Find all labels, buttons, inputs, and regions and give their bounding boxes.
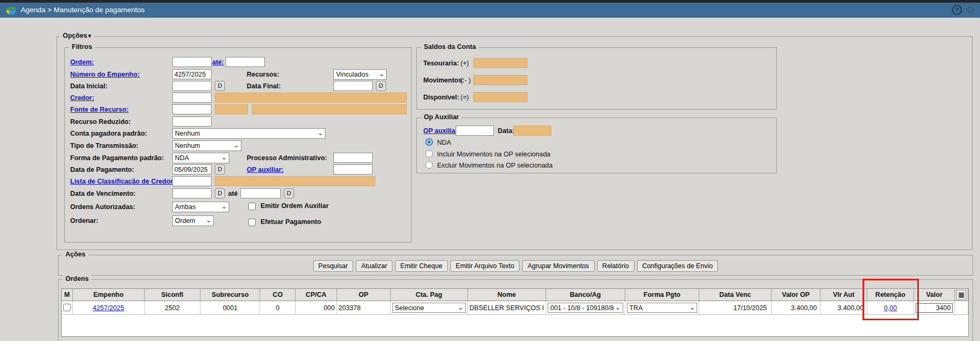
processo-administrativo-input[interactable] bbox=[333, 153, 373, 163]
agrupar-movimentos-button[interactable]: Agrupar Movimentos bbox=[522, 260, 594, 272]
data-pagamento-calendar-button[interactable]: D bbox=[215, 164, 225, 174]
disponivel-operator: (=) bbox=[460, 94, 469, 101]
chevron-down-icon: ⌄ bbox=[206, 216, 212, 224]
col-header-cpca: CP/CA bbox=[296, 289, 337, 301]
op-auxiliar-link[interactable]: OP auxiliar: bbox=[247, 166, 283, 173]
filter-row-fonte: Fonte de Recurso: bbox=[65, 104, 411, 115]
banco-ag-select[interactable]: 001 - 10/8 - 109180/8⌄ bbox=[548, 303, 623, 313]
saldos-legend: Saldos da Conta bbox=[421, 43, 479, 51]
chevron-down-icon: ⌄ bbox=[221, 153, 227, 161]
recursos-select[interactable]: Vinculados⌄ bbox=[333, 69, 387, 80]
op-auxiliar-box-input[interactable] bbox=[456, 126, 494, 136]
relatorio-button[interactable]: Relatório bbox=[597, 260, 634, 272]
ordens-fieldset: Ordens M Empenho Siconfi Subrecurso CO C… bbox=[58, 279, 973, 341]
ordens-autorizadas-select[interactable]: Ambas⌄ bbox=[172, 202, 229, 212]
row-banco-ag-cell: 001 - 10/8 - 109180/8⌄ bbox=[546, 301, 625, 315]
opcoes-fieldset: Opções▾ Filtros Ordem: até: Número do Em… bbox=[56, 36, 973, 250]
ordem-from-input[interactable] bbox=[172, 57, 212, 67]
valor-input[interactable] bbox=[916, 303, 953, 313]
row-op-cell: 203378 bbox=[337, 301, 390, 315]
row-retencao-cell: 0,00 bbox=[867, 301, 914, 315]
row-checkbox[interactable] bbox=[63, 304, 71, 311]
atualizar-button[interactable]: Atualizar bbox=[356, 260, 392, 272]
nda-radio[interactable] bbox=[425, 138, 433, 146]
opcoes-legend[interactable]: Opções bbox=[63, 32, 87, 39]
op-auxiliar-filter-input[interactable] bbox=[333, 164, 373, 174]
gear-icon[interactable]: ⚙ bbox=[966, 5, 975, 15]
emitir-ordem-auxiliar-checkbox[interactable] bbox=[248, 203, 256, 210]
filter-row-data-vencimento: Data de Vencimento: D até D bbox=[65, 188, 411, 199]
disponivel-value-field bbox=[473, 92, 527, 102]
movimentos-label: Movimentos: bbox=[423, 77, 464, 84]
credor-link[interactable]: Credor: bbox=[70, 94, 94, 102]
recurso-reduzido-input[interactable] bbox=[172, 117, 212, 127]
emitir-cheque-button[interactable]: Emitir Cheque bbox=[395, 260, 448, 272]
cta-pag-select[interactable]: Selecione⌄ bbox=[392, 303, 466, 313]
chevron-down-icon: ⌄ bbox=[615, 303, 621, 311]
filter-row-credor: Credor: bbox=[65, 93, 411, 104]
ordenar-select[interactable]: Ordem⌄ bbox=[172, 215, 214, 226]
filter-row-recurso-reduzido: Recurso Reduzido: bbox=[65, 117, 411, 128]
col-header-forma-pgto: Forma Pgto bbox=[625, 289, 699, 301]
data-vencimento-to-calendar-button[interactable]: D bbox=[284, 188, 294, 198]
data-vencimento-to-input[interactable] bbox=[240, 188, 281, 198]
chevron-down-icon: ⌄ bbox=[233, 141, 239, 149]
tesouraria-label: Tesouraria: bbox=[423, 60, 459, 67]
acoes-legend: Ações bbox=[63, 251, 88, 258]
op-auxiliar-fieldset: Op Auxiliar OP auxiliar: Data: NDA Inclu… bbox=[416, 118, 777, 173]
forma-pagamento-label: Forma de Pagamento padrão: bbox=[70, 154, 164, 162]
efetuar-pagamento-checkbox[interactable] bbox=[248, 219, 256, 226]
column-config-icon[interactable]: ▦ bbox=[956, 290, 966, 300]
radio-row-incluir: Incluir Movimentos na OP selecionada bbox=[417, 150, 776, 161]
ordens-header-row: M Empenho Siconfi Subrecurso CO CP/CA OP… bbox=[62, 289, 968, 301]
data-final-input[interactable] bbox=[333, 81, 373, 91]
conta-pagadora-select[interactable]: Nenhum⌄ bbox=[172, 128, 325, 139]
data-inicial-input[interactable] bbox=[172, 81, 212, 91]
data-vencimento-from-input[interactable] bbox=[172, 188, 212, 198]
fonte-recurso-link[interactable]: Fonte de Recurso: bbox=[70, 106, 129, 113]
excluir-movimentos-radio[interactable] bbox=[425, 161, 433, 169]
retencao-link[interactable]: 0,00 bbox=[884, 304, 897, 312]
ordens-table-wrapper: M Empenho Siconfi Subrecurso CO CP/CA OP… bbox=[61, 288, 969, 337]
row-nome-cell: DBSELLER SERVIÇOS I bbox=[467, 301, 546, 315]
forma-pagamento-select[interactable]: NDA⌄ bbox=[172, 153, 229, 163]
empenho-link[interactable]: 4257/2025 bbox=[93, 304, 124, 312]
filter-row-conta-pagadora: Conta pagadora padrão: Nenhum⌄ bbox=[65, 128, 411, 139]
chevron-down-icon: ⌄ bbox=[458, 303, 464, 311]
saldo-row-movimentos: Movimentos: ( - ) bbox=[417, 75, 776, 86]
nda-radio-label: NDA bbox=[437, 139, 451, 146]
emitir-arquivo-texto-button[interactable]: Emitir Arquivo Texto bbox=[450, 260, 520, 272]
filter-row-ordens-autorizadas: Ordens Autorizadas: Ambas⌄ Emitir Ordem … bbox=[65, 202, 411, 213]
data-vencimento-from-calendar-button[interactable]: D bbox=[215, 188, 225, 198]
col-header-config: ▦ bbox=[954, 289, 968, 301]
tipo-transmissao-select[interactable]: Nenhum⌄ bbox=[172, 140, 241, 151]
numero-empenho-link[interactable]: Número do Empenho: bbox=[70, 71, 140, 78]
col-header-banco-ag: Banco/Ag bbox=[546, 289, 625, 301]
ordem-link[interactable]: Ordem: bbox=[70, 59, 94, 66]
ordens-table: M Empenho Siconfi Subrecurso CO CP/CA OP… bbox=[62, 289, 968, 315]
incluir-movimentos-radio[interactable] bbox=[425, 150, 433, 157]
collapse-icon[interactable]: ▾ bbox=[88, 32, 91, 39]
filter-row-ordem: Ordem: até: bbox=[65, 57, 411, 68]
data-final-calendar-button[interactable]: D bbox=[376, 81, 386, 91]
forma-pgto-select[interactable]: TRA⌄ bbox=[627, 303, 698, 313]
chevron-down-icon: ⌄ bbox=[379, 70, 384, 78]
ordem-to-input[interactable] bbox=[225, 57, 265, 67]
lista-classificacao-input[interactable] bbox=[172, 176, 212, 186]
op-auxiliar-data-field bbox=[513, 126, 551, 136]
data-pagamento-input[interactable] bbox=[172, 164, 212, 174]
efetuar-pagamento-label: Efetuar Pagamento bbox=[261, 218, 321, 226]
numero-empenho-input[interactable] bbox=[172, 69, 212, 79]
data-inicial-calendar-button[interactable]: D bbox=[215, 81, 225, 91]
ordem-ate-link[interactable]: até: bbox=[212, 59, 224, 66]
col-header-co: CO bbox=[260, 289, 296, 301]
col-header-empenho: Empenho bbox=[73, 289, 145, 301]
credor-input[interactable] bbox=[172, 93, 212, 103]
configuracoes-envio-button[interactable]: Configurações de Envio bbox=[637, 260, 718, 272]
help-icon[interactable]: ? bbox=[952, 5, 962, 15]
pesquisar-button[interactable]: Pesquisar bbox=[313, 260, 354, 272]
incluir-movimentos-label: Incluir Movimentos na OP selecionada bbox=[437, 151, 550, 158]
op-auxiliar-box-link[interactable]: OP auxiliar: bbox=[423, 127, 460, 135]
fonte-recurso-input[interactable] bbox=[172, 104, 212, 114]
lista-classificacao-link[interactable]: Lista de Classificação de Credores: bbox=[70, 178, 182, 185]
